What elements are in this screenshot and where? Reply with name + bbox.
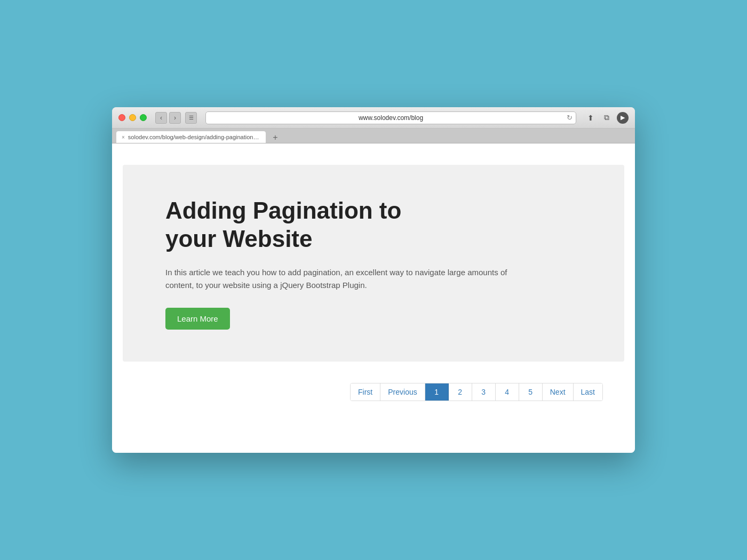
hero-title: Adding Pagination to your Website: [165, 197, 432, 253]
pagination: First Previous 1 2 3 4 5 Next Last: [350, 383, 603, 401]
pagination-container: First Previous 1 2 3 4 5 Next Last: [112, 362, 635, 417]
address-bar[interactable]: www.solodev.com/blog ↻: [205, 111, 576, 124]
page-2-button[interactable]: 2: [449, 383, 472, 401]
page-1-button[interactable]: 1: [425, 383, 449, 401]
page-3-button[interactable]: 3: [472, 383, 496, 401]
first-page-button[interactable]: First: [351, 383, 380, 401]
title-bar: ‹ › ☰ www.solodev.com/blog ↻ ⬆ ⧉ ▶: [112, 107, 635, 129]
previous-page-button[interactable]: Previous: [380, 383, 425, 401]
last-page-button[interactable]: Last: [574, 383, 602, 401]
tab-close-button[interactable]: ×: [122, 134, 125, 140]
hero-section: Adding Pagination to your Website In thi…: [123, 165, 624, 362]
back-button[interactable]: ‹: [155, 112, 167, 124]
hero-description: In this article we teach you how to add …: [165, 266, 512, 292]
page-4-button[interactable]: 4: [496, 383, 519, 401]
share-icon[interactable]: ⬆: [585, 112, 597, 124]
reader-view-button[interactable]: ☰: [185, 112, 197, 124]
maximize-traffic-light[interactable]: [140, 114, 147, 121]
minimize-traffic-light[interactable]: [129, 114, 136, 121]
url-text: www.solodev.com/blog: [359, 114, 423, 122]
profile-icon[interactable]: ▶: [617, 112, 629, 124]
duplicate-icon[interactable]: ⧉: [601, 112, 613, 124]
new-tab-button[interactable]: +: [270, 132, 281, 143]
nav-buttons: ‹ ›: [155, 112, 181, 124]
traffic-lights: [118, 114, 147, 121]
next-page-button[interactable]: Next: [543, 383, 574, 401]
active-tab[interactable]: × solodev.com/blog/web-design/adding-pag…: [116, 131, 266, 143]
forward-button[interactable]: ›: [169, 112, 181, 124]
tab-bar: × solodev.com/blog/web-design/adding-pag…: [112, 129, 635, 143]
tab-url-label: solodev.com/blog/web-design/adding-pagin…: [128, 134, 260, 140]
close-traffic-light[interactable]: [118, 114, 125, 121]
page-5-button[interactable]: 5: [519, 383, 543, 401]
learn-more-button[interactable]: Learn More: [165, 308, 230, 330]
page-content: Adding Pagination to your Website In thi…: [112, 143, 635, 453]
browser-window: ‹ › ☰ www.solodev.com/blog ↻ ⬆ ⧉ ▶ × sol…: [112, 107, 635, 453]
refresh-icon[interactable]: ↻: [567, 114, 573, 122]
toolbar-right: ⬆ ⧉ ▶: [585, 112, 629, 124]
